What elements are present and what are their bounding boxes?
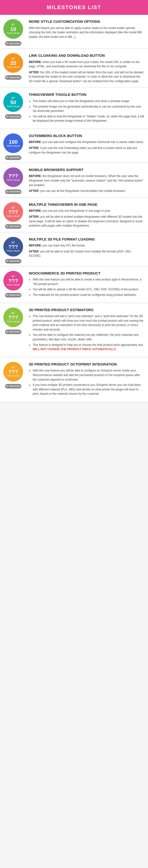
body-before: BEFORE: you can add and configure the th… (29, 140, 144, 145)
ongoing-label: ONGOING (9, 385, 20, 387)
ongoing-label: ONGOING (9, 42, 20, 45)
before-label: BEFORE: (29, 141, 42, 144)
ongoing-icon: ↻ (6, 293, 8, 297)
ongoing-label: ONGOING (9, 331, 20, 333)
ongoing-label: ONGOING (9, 116, 20, 118)
badge-total-sales-label: TOTAL SALES (7, 66, 20, 68)
bullet-item: You will be able to upload a 3D file mod… (33, 287, 144, 292)
badge-col-3: AT50TOTAL SALES↻ONGOING (0, 88, 26, 128)
body-before: BEFORE: when you load a 3D model from yo… (29, 60, 144, 69)
badge-circle-10: AT???TOTAL SALES (3, 362, 23, 381)
badge-circle-6: AT???TOTAL SALES (3, 202, 23, 222)
badge-number: ??? (8, 173, 18, 179)
body-bullets: This button will allow you to hide the t… (29, 99, 144, 123)
body-before: BEFORE: you can put only one thingviewer… (29, 209, 144, 213)
milestone-item-7: AT???TOTAL SALES↻ONGOINGMULTIPLE 3D FILE… (0, 232, 148, 267)
ongoing-icon: ↻ (6, 190, 8, 193)
milestone-body-9: This new feature will add a "print cost … (29, 314, 144, 351)
before-label: BEFORE: (29, 60, 42, 64)
milestone-item-5: ???TOTAL SALES↻ONGOINGMOBILE BROWSERS SU… (0, 163, 148, 198)
bullet-item: You will be able to load the thingviewer… (33, 114, 144, 123)
badge-at-label: AT (11, 97, 15, 100)
content-col-5: MOBILE BROWSERS SUPPORTBEFORE: the thing… (26, 163, 148, 197)
milestone-body-4: BEFORE: you can add and configure the th… (29, 140, 144, 155)
page-wrapper: MILESTONES LIST AT10TOTAL SALES↻ONGOINGM… (0, 0, 148, 402)
ongoing-icon: ↻ (6, 76, 8, 79)
milestone-item-8: AT???TOTAL SALES↻ONGOINGWOOCOMMERCE 3D P… (0, 267, 148, 303)
bullet-item: With this new feature you will be able t… (33, 277, 144, 286)
badge-circle-9: AT???TOTAL SALES (3, 308, 23, 327)
badge-total-sales-label: TOTAL SALES (7, 32, 20, 34)
ongoing-label: ONGOING (9, 190, 20, 193)
badge-circle-1: AT10TOTAL SALES (3, 19, 23, 39)
before-label: BEFORE: (29, 244, 42, 247)
badge-col-1: AT10TOTAL SALES↻ONGOING (0, 15, 26, 48)
badge-col-7: AT???TOTAL SALES↻ONGOING (0, 232, 26, 266)
badge-total-sales-label: TOTAL SALES (7, 179, 20, 181)
milestone-item-2: AT25TOTAL SALES↻ONGOINGLINK CLOAKING AND… (0, 49, 148, 88)
after-label: AFTER: (29, 250, 40, 253)
milestones-list: AT10TOTAL SALES↻ONGOINGMORE STYLE CUSTOM… (0, 15, 148, 402)
body-bullets: With this new feature you will be able t… (29, 277, 144, 297)
badge-ongoing-8: ↻ONGOING (5, 293, 21, 298)
badge-number: ??? (8, 315, 18, 320)
badge-col-4: 100TOTAL SALES↻ONGOING (0, 129, 26, 162)
after-label: AFTER: (29, 71, 40, 74)
badge-at-label: AT (11, 241, 15, 244)
ongoing-label: ONGOING (9, 225, 20, 227)
badge-number: 50 (10, 100, 16, 105)
badge-ongoing-4: ↻ONGOING (5, 155, 21, 160)
ongoing-icon: ↻ (6, 330, 8, 333)
body-before: BEFORE: you can load only STL file forma… (29, 243, 144, 248)
milestone-title-2: LINK CLOAKING AND DOWNLOAD BUTTON (29, 53, 144, 58)
milestone-item-6: AT???TOTAL SALES↻ONGOINGMULTIPLE THINGVI… (0, 198, 148, 232)
badge-total-sales-label: TOTAL SALES (7, 215, 20, 217)
ongoing-label: ONGOING (9, 294, 20, 296)
badge-at-label: AT (11, 312, 15, 315)
milestone-body-5: BEFORE: the thingviewer does not work on… (29, 174, 144, 193)
after-label: AFTER: (29, 215, 40, 218)
milestone-title-9: 3D PRINTED PRODUCT ESTIMATORS (29, 308, 144, 312)
content-col-10: 3D PRINTED PRODUCT OCTOPRINT INTEGRATION… (26, 358, 148, 401)
badge-col-10: AT???TOTAL SALES↻ONGOING (0, 358, 26, 401)
badge-circle-7: AT???TOTAL SALES (3, 237, 23, 256)
ongoing-label: ONGOING (9, 156, 20, 159)
ongoing-label: ONGOING (9, 260, 20, 262)
milestone-item-10: AT???TOTAL SALES↻ONGOING3D PRINTED PRODU… (0, 358, 148, 402)
bullet-item: The preview image can be generated autom… (33, 104, 144, 113)
bullet-item: This new feature will add a "print cost … (33, 314, 144, 332)
badge-total-sales-label: TOTAL SALES (7, 320, 20, 323)
body-after: AFTER: if you use the new Gutemberg edit… (29, 146, 144, 155)
milestone-body-1: With this feature you will be able to ap… (29, 26, 144, 39)
ongoing-icon: ↻ (6, 260, 8, 263)
milestone-title-7: MULTIPLE 3D FILE FORMAT LOADING (29, 237, 144, 242)
ongoing-icon: ↻ (6, 225, 8, 228)
milestone-title-4: GUTEMBERG BLOCK BUTTON (29, 133, 144, 138)
before-label: BEFORE: (29, 209, 42, 212)
bullet-item: This feature is designed to help you to … (33, 343, 144, 351)
page-title: MILESTONES LIST (47, 4, 101, 10)
body-after: AFTER: the URL of the loaded model will … (29, 70, 144, 84)
ongoing-icon: ↻ (6, 385, 8, 388)
badge-circle-5: ???TOTAL SALES (3, 167, 23, 187)
ongoing-icon: ↻ (6, 156, 8, 159)
badge-number: 10 (10, 26, 16, 32)
body-before: BEFORE: the thingviewer does not work on… (29, 174, 144, 187)
milestone-title-8: WOOCOMMERCE 3D PRINTED PRODUCT (29, 271, 144, 276)
milestone-item-1: AT10TOTAL SALES↻ONGOINGMORE STYLE CUSTOM… (0, 15, 148, 49)
content-col-1: MORE STYLE CUSTOMIZATION OPTIONSWith thi… (26, 15, 148, 48)
milestone-body-10: With this new feature you will be able t… (29, 368, 144, 396)
milestone-title-10: 3D PRINTED PRODUCT OCTOPRINT INTEGRATION (29, 362, 144, 367)
badge-ongoing-5: ↻ONGOING (5, 189, 21, 194)
content-col-2: LINK CLOAKING AND DOWNLOAD BUTTONBEFORE:… (26, 49, 148, 87)
badge-at-label: AT (11, 275, 15, 278)
badge-number: ??? (8, 244, 18, 250)
badge-ongoing-2: ↻ONGOING (5, 75, 21, 80)
bullet-item: This button will allow you to hide the t… (33, 99, 144, 103)
badge-number: ??? (8, 209, 18, 215)
badge-total-sales-label: TOTAL SALES (7, 105, 20, 108)
body-bullets: With this new feature you will be able t… (29, 368, 144, 396)
milestone-body-8: With this new feature you will be able t… (29, 277, 144, 297)
milestone-item-3: AT50TOTAL SALES↻ONGOINGTHINGVIEWER TOGGL… (0, 88, 148, 129)
body-after: AFTER: you will be able to load 3D model… (29, 249, 144, 258)
